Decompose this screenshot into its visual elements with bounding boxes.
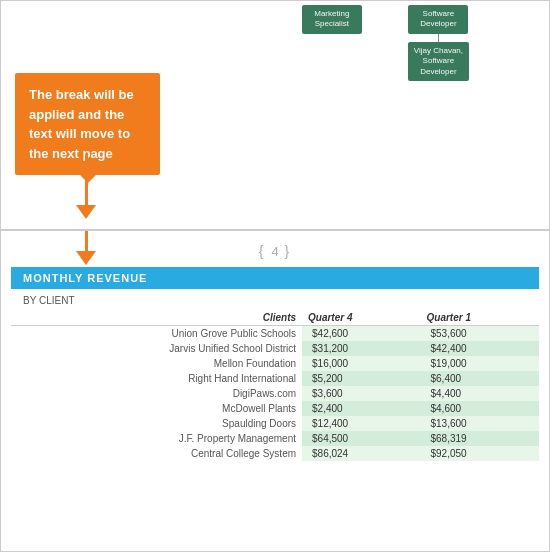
table-row: Right Hand International$5,200$6,400 bbox=[11, 371, 539, 386]
arrow-container bbox=[76, 155, 96, 219]
table-row: Spaulding Doors$12,400$13,600 bbox=[11, 416, 539, 431]
page-number: 4 bbox=[271, 244, 278, 259]
software-developer-node: SoftwareDeveloper bbox=[408, 5, 468, 34]
revenue-table: Clients Quarter 4 Quarter 1 Union Grove … bbox=[11, 310, 539, 461]
table-row: McDowell Plants$2,400$4,600 bbox=[11, 401, 539, 416]
by-client-label: BY CLIENT bbox=[11, 289, 539, 310]
bracket-right: } bbox=[285, 243, 292, 259]
q1-cell: $13,600 bbox=[421, 416, 540, 431]
q4-cell: $12,400 bbox=[302, 416, 420, 431]
client-cell: Union Grove Public Schools bbox=[11, 326, 302, 342]
q1-cell: $92,050 bbox=[421, 446, 540, 461]
page-arrow-head bbox=[76, 251, 96, 265]
page-arrow bbox=[76, 231, 96, 265]
q4-cell: $5,200 bbox=[302, 371, 420, 386]
col-header-clients: Clients bbox=[11, 310, 302, 326]
monthly-revenue-header: MONTHLY REVENUE bbox=[11, 267, 539, 289]
arrow-shaft bbox=[85, 155, 88, 205]
client-cell: J.F. Property Management bbox=[11, 431, 302, 446]
table-row: Jarvis Unified School District$31,200$42… bbox=[11, 341, 539, 356]
org-node-software: SoftwareDeveloper Vijay Chavan,SoftwareD… bbox=[408, 5, 469, 81]
client-cell: McDowell Plants bbox=[11, 401, 302, 416]
q4-cell: $64,500 bbox=[302, 431, 420, 446]
client-cell: DigiPaws.com bbox=[11, 386, 302, 401]
q4-cell: $31,200 bbox=[302, 341, 420, 356]
q4-cell: $16,000 bbox=[302, 356, 420, 371]
org-chart-area: MarketingSpecialist SoftwareDeveloper Vi… bbox=[302, 1, 469, 81]
client-cell: Central College System bbox=[11, 446, 302, 461]
q4-cell: $3,600 bbox=[302, 386, 420, 401]
q1-cell: $42,400 bbox=[421, 341, 540, 356]
table-row: DigiPaws.com$3,600$4,400 bbox=[11, 386, 539, 401]
section-title-text: MONTHLY REVENUE bbox=[23, 272, 147, 284]
org-row-top: MarketingSpecialist SoftwareDeveloper Vi… bbox=[302, 5, 469, 81]
q4-cell: $86,024 bbox=[302, 446, 420, 461]
col-header-q1: Quarter 1 bbox=[421, 310, 540, 326]
table-row: J.F. Property Management$64,500$68,319 bbox=[11, 431, 539, 446]
client-cell: Mellon Foundation bbox=[11, 356, 302, 371]
tooltip-text: The break will be applied and the text w… bbox=[29, 87, 134, 161]
client-cell: Right Hand International bbox=[11, 371, 302, 386]
q4-cell: $42,600 bbox=[302, 326, 420, 342]
bracket-left: { bbox=[259, 243, 266, 259]
q4-cell: $2,400 bbox=[302, 401, 420, 416]
q1-cell: $19,000 bbox=[421, 356, 540, 371]
q1-cell: $53,600 bbox=[421, 326, 540, 342]
table-row: Mellon Foundation$16,000$19,000 bbox=[11, 356, 539, 371]
table-row: Central College System$86,024$92,050 bbox=[11, 446, 539, 461]
by-client-text: BY CLIENT bbox=[23, 295, 75, 306]
connector-line bbox=[438, 34, 439, 42]
client-cell: Jarvis Unified School District bbox=[11, 341, 302, 356]
page-arrow-shaft bbox=[85, 231, 88, 251]
arrow-head bbox=[76, 205, 96, 219]
q1-cell: $4,600 bbox=[421, 401, 540, 416]
col-header-q4: Quarter 4 bbox=[302, 310, 420, 326]
table-row: Union Grove Public Schools$42,600$53,600 bbox=[11, 326, 539, 342]
page-wrapper: MarketingSpecialist SoftwareDeveloper Vi… bbox=[0, 0, 550, 552]
marketing-specialist-node: MarketingSpecialist bbox=[302, 5, 362, 34]
vijay-chavan-node: Vijay Chavan,SoftwareDeveloper bbox=[408, 42, 469, 81]
bottom-section: { 4 } MONTHLY REVENUE BY CLIENT Clients … bbox=[0, 230, 550, 552]
org-node-marketing: MarketingSpecialist bbox=[302, 5, 362, 34]
top-section: MarketingSpecialist SoftwareDeveloper Vi… bbox=[0, 0, 550, 230]
q1-cell: $6,400 bbox=[421, 371, 540, 386]
client-cell: Spaulding Doors bbox=[11, 416, 302, 431]
table-header-row: Clients Quarter 4 Quarter 1 bbox=[11, 310, 539, 326]
q1-cell: $4,400 bbox=[421, 386, 540, 401]
q1-cell: $68,319 bbox=[421, 431, 540, 446]
